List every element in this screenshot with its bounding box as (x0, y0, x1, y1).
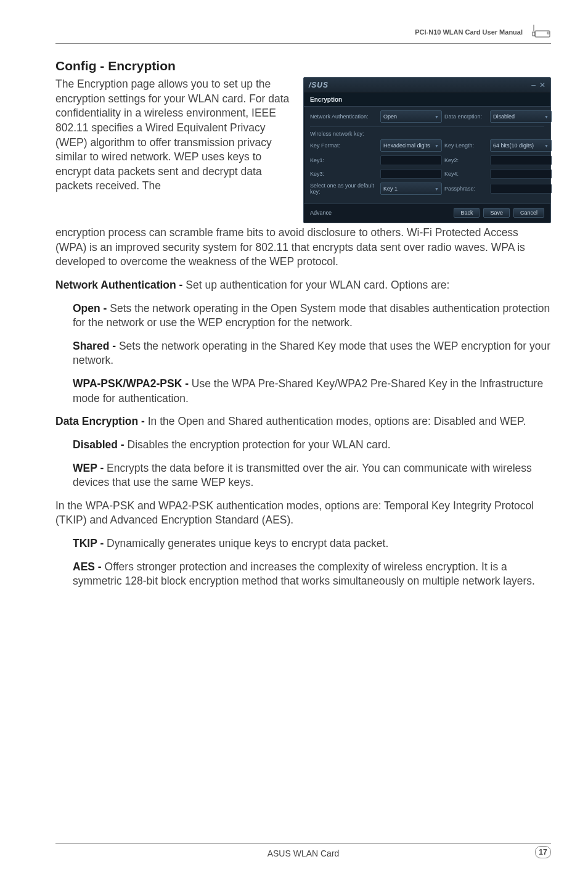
encryption-tab[interactable]: Encryption (304, 93, 550, 107)
chevron-down-icon: ▼ (435, 187, 439, 191)
cancel-button[interactable]: Cancel (513, 208, 544, 218)
tkip-option: TKIP - Dynamically generates unique keys… (55, 536, 551, 551)
encryption-dialog: /SUS – ✕ Encryption Network Authenticati… (303, 77, 551, 223)
net-auth-dropdown[interactable]: Open▼ (380, 110, 442, 123)
section-heading: Config - Encryption (55, 59, 551, 73)
key-length-dropdown[interactable]: 64 bits(10 digits)▼ (490, 139, 552, 152)
minimize-icon[interactable]: – (531, 81, 536, 89)
footer-divider (55, 843, 551, 844)
intro-continuation: encryption process can scramble frame bi… (55, 226, 551, 269)
advance-link[interactable]: Advance (310, 210, 332, 216)
chevron-down-icon: ▼ (544, 115, 549, 119)
aes-option: AES - Offers stronger protection and inc… (55, 560, 551, 589)
shared-option: Shared - Sets the network operating in t… (55, 339, 551, 368)
intro-left-column: The Encryption page allows you to set up… (55, 77, 292, 194)
footer-product-name: ASUS WLAN Card (267, 848, 340, 858)
key1-input[interactable] (380, 155, 442, 165)
default-key-dropdown[interactable]: Key 1▼ (380, 183, 442, 195)
svg-rect-1 (533, 32, 535, 36)
asus-brand-logo: /SUS (309, 81, 329, 89)
data-enc-label: Data encrption: (444, 113, 488, 120)
key4-label: Key4: (444, 171, 488, 177)
key1-label: Key1: (310, 157, 378, 163)
data-encryption-para: Data Encryption - In the Open and Shared… (55, 414, 551, 429)
disabled-option: Disabled - Disables the encryption prote… (55, 438, 551, 453)
dialog-titlebar: /SUS – ✕ (304, 78, 550, 93)
key4-input[interactable] (490, 169, 552, 179)
net-auth-label: Network Authentication: (310, 113, 378, 120)
wpa-modes-para: In the WPA-PSK and WPA2-PSK authenticati… (55, 499, 551, 528)
save-button[interactable]: Save (483, 208, 510, 218)
header-divider (55, 43, 551, 44)
wep-option: WEP - Encrypts the data before it is tra… (55, 461, 551, 490)
key-length-label: Key Length: (444, 142, 488, 149)
back-button[interactable]: Back (454, 208, 480, 218)
passphrase-label: Passphrase: (444, 186, 488, 192)
data-enc-dropdown[interactable]: Disabled▼ (490, 110, 552, 123)
key-format-label: Key Format: (310, 142, 378, 149)
close-icon[interactable]: ✕ (539, 81, 545, 89)
key3-label: Key3: (310, 171, 378, 177)
key2-input[interactable] (490, 155, 552, 165)
passphrase-input[interactable] (490, 184, 552, 194)
page-number: 17 (535, 846, 551, 858)
network-authentication-para: Network Authentication - Set up authenti… (55, 278, 551, 293)
open-option: Open - Sets the network operating in the… (55, 302, 551, 331)
wlan-card-icon (529, 25, 551, 39)
wpa-psk-option: WPA-PSK/WPA2-PSK - Use the WPA Pre-Share… (55, 377, 551, 406)
key2-label: Key2: (444, 157, 488, 163)
chevron-down-icon: ▼ (435, 144, 439, 148)
chevron-down-icon: ▼ (544, 144, 549, 148)
chevron-down-icon: ▼ (435, 115, 439, 119)
wireless-network-key-label: Wireless network key: (310, 126, 544, 137)
key3-input[interactable] (380, 169, 442, 179)
header-title: PCI-N10 WLAN Card User Manual (415, 28, 523, 36)
key-format-dropdown[interactable]: Hexadecimal digits▼ (380, 139, 442, 152)
svg-rect-3 (547, 32, 549, 34)
select-default-label: Select one as your default key: (310, 183, 378, 195)
